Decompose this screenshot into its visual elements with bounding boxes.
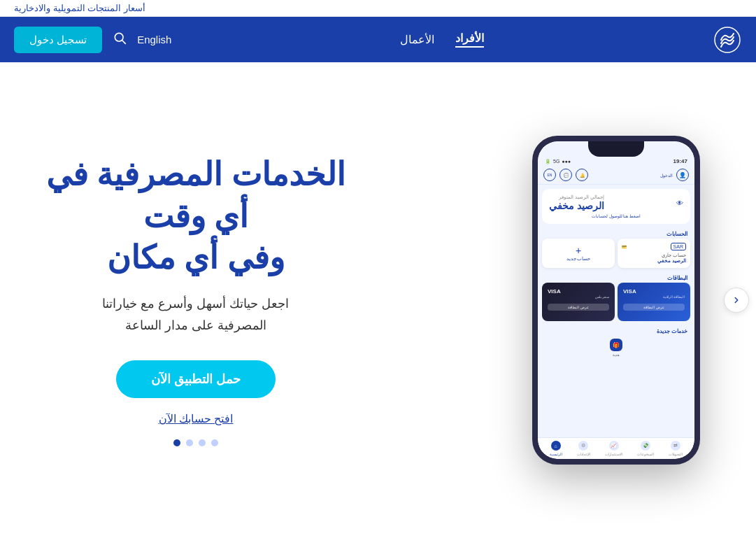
phone-bell-icon: 🔔 bbox=[576, 169, 588, 181]
main-nav: الأفراد الأعمال English تسجيل دخول bbox=[0, 17, 756, 62]
phone-service-gift[interactable]: 🎁 هدية bbox=[610, 339, 622, 357]
phone-nav-transfers[interactable]: ⇄ التحويلات bbox=[669, 441, 683, 456]
phone-new-account-label: حساب جديد bbox=[566, 256, 591, 262]
svg-line-2 bbox=[122, 41, 126, 44]
plus-icon: + bbox=[576, 245, 581, 256]
payments-icon: 💸 bbox=[641, 441, 650, 451]
phone-time: 19:47 bbox=[673, 158, 687, 164]
phone-nav-settings[interactable]: ⚙ الإعدادات bbox=[577, 441, 590, 456]
phone-accounts-row: SAR 💳 حساب جاري الرصيد مخفي + حساب جديد bbox=[538, 239, 694, 272]
phone-balance-label: إجمالي الرصيد المتوفر bbox=[549, 194, 604, 200]
hide-balance-icon: 👁 bbox=[676, 199, 683, 207]
slider-dot-2[interactable] bbox=[199, 439, 206, 446]
nav-link-individuals[interactable]: الأفراد bbox=[455, 31, 484, 48]
hero-title-line1: الخدمات المصرفية في أي وقت bbox=[46, 156, 346, 234]
signin-button[interactable]: تسجيل دخول bbox=[14, 27, 102, 53]
hero-subtitle: اجعل حياتك أسهل وأسرع مع خياراتنا المصرف… bbox=[42, 293, 350, 336]
phone-card2-label: سفر بلس bbox=[548, 295, 609, 299]
phone-current-balance: الرصيد مخفي bbox=[622, 258, 686, 264]
phone-card1-type: VISA bbox=[623, 288, 685, 295]
phone-nav-investments[interactable]: 📈 الاستثمارات bbox=[605, 441, 622, 456]
investments-icon: 📈 bbox=[609, 441, 619, 451]
phone-balance-tap[interactable]: اضغط هنا للوصول لحسابات bbox=[549, 213, 683, 218]
slider-dots bbox=[42, 439, 350, 446]
nav-right-controls: English تسجيل دخول bbox=[14, 27, 171, 53]
gift-icon: 🎁 bbox=[610, 339, 622, 351]
nav-links: الأفراد الأعمال bbox=[400, 31, 484, 48]
phone-card1-btn[interactable]: عرض البطاقة bbox=[623, 304, 685, 311]
hero-subtitle-line2: المصرفية على مدار الساعة bbox=[125, 318, 266, 332]
phone-cards-row: VISA البطاقة الراقية عرض البطاقة VISA سف… bbox=[538, 283, 694, 325]
nav-logo[interactable] bbox=[713, 25, 742, 55]
hero-title: الخدمات المصرفية في أي وقت وفي أي مكان bbox=[42, 154, 350, 279]
phone-screen: 19:47 ●●● 5G 🔋 👤 الدخول 🔔 💬 bbox=[538, 141, 694, 459]
phone-notch bbox=[588, 141, 644, 157]
download-app-button[interactable]: حمل التطبيق الآن bbox=[116, 360, 276, 398]
phone-app-right-icons: 🔔 💬 EN bbox=[543, 169, 588, 181]
search-icon[interactable] bbox=[113, 31, 127, 48]
slider-dot-3[interactable] bbox=[186, 439, 193, 446]
home-icon: ⌂ bbox=[551, 441, 561, 451]
nav-link-business[interactable]: الأعمال bbox=[400, 33, 434, 46]
slider-dot-4[interactable] bbox=[173, 439, 180, 446]
phone-card1-label: البطاقة الراقية bbox=[623, 295, 685, 299]
slider-dot-1[interactable] bbox=[211, 439, 218, 446]
phone-card-2[interactable]: VISA سفر بلس عرض البطاقة bbox=[542, 283, 615, 321]
phone-new-account[interactable]: + حساب جديد bbox=[542, 239, 615, 268]
language-switcher[interactable]: English bbox=[137, 34, 171, 45]
phone-app-bar: 👤 الدخول 🔔 💬 EN bbox=[538, 166, 694, 185]
phone-login-label: الدخول bbox=[660, 173, 673, 178]
phone-mockup-container: 19:47 ●●● 5G 🔋 👤 الدخول 🔔 💬 bbox=[532, 136, 700, 465]
phone-nav-payments[interactable]: 💸 المدفوعات bbox=[637, 441, 654, 456]
transfers-icon: ⇄ bbox=[671, 441, 680, 451]
phone-card2-btn[interactable]: عرض البطاقة bbox=[548, 304, 609, 311]
top-bar-text[interactable]: أسعار المنتجات التمويلية والادخارية bbox=[14, 3, 145, 13]
phone-services-row: 🎁 هدية bbox=[542, 339, 690, 357]
phone-app-left-icons: 👤 الدخول bbox=[660, 169, 689, 181]
phone-signal: ●●● bbox=[562, 159, 571, 164]
phone-chat-icon: 💬 bbox=[559, 169, 572, 181]
next-slide-arrow[interactable] bbox=[724, 288, 749, 313]
phone-nav-home[interactable]: ⌂ الرئيسية bbox=[550, 441, 562, 456]
hero-text: الخدمات المصرفية في أي وقت وفي أي مكان ا… bbox=[42, 154, 378, 447]
phone-mockup: 19:47 ●●● 5G 🔋 👤 الدخول 🔔 💬 bbox=[532, 136, 700, 465]
phone-services-section: 🎁 هدية bbox=[538, 336, 694, 360]
phone-network: 5G bbox=[553, 159, 559, 164]
top-bar: أسعار المنتجات التمويلية والادخارية bbox=[0, 0, 756, 17]
open-account-link[interactable]: افتح حسابك الآن bbox=[42, 412, 350, 425]
phone-service-gift-label: هدية bbox=[613, 353, 620, 357]
phone-battery-icon: 🔋 bbox=[545, 159, 551, 164]
phone-current-account-label: حساب جاري bbox=[622, 253, 686, 258]
phone-accounts-title: الحسابات bbox=[538, 228, 694, 239]
hero-title-line2: وفي أي مكان bbox=[107, 239, 285, 276]
phone-card-1[interactable]: VISA البطاقة الراقية عرض البطاقة bbox=[618, 283, 690, 321]
phone-services-title: خدمات جديدة bbox=[538, 325, 694, 336]
phone-card2-type: VISA bbox=[548, 288, 609, 295]
phone-current-account[interactable]: SAR 💳 حساب جاري الرصيد مخفي bbox=[618, 239, 690, 268]
phone-lang-icon: EN bbox=[543, 169, 556, 181]
settings-icon: ⚙ bbox=[578, 441, 588, 451]
phone-balance-section: 👁 إجمالي الرصيد المتوفر الرصيد مخفي اضغط… bbox=[542, 189, 690, 224]
phone-bottom-nav: ⇄ التحويلات 💸 المدفوعات 📈 الاستثمارات ⚙ … bbox=[538, 437, 694, 459]
phone-cards-title: البطاقات bbox=[538, 272, 694, 283]
hero-subtitle-line1: اجعل حياتك أسهل وأسرع مع خياراتنا bbox=[102, 297, 289, 311]
hero-section: 19:47 ●●● 5G 🔋 👤 الدخول 🔔 💬 bbox=[0, 62, 756, 538]
phone-balance-value: الرصيد مخفي bbox=[549, 200, 604, 211]
phone-profile-icon: 👤 bbox=[676, 169, 689, 181]
logo-icon bbox=[713, 25, 742, 55]
